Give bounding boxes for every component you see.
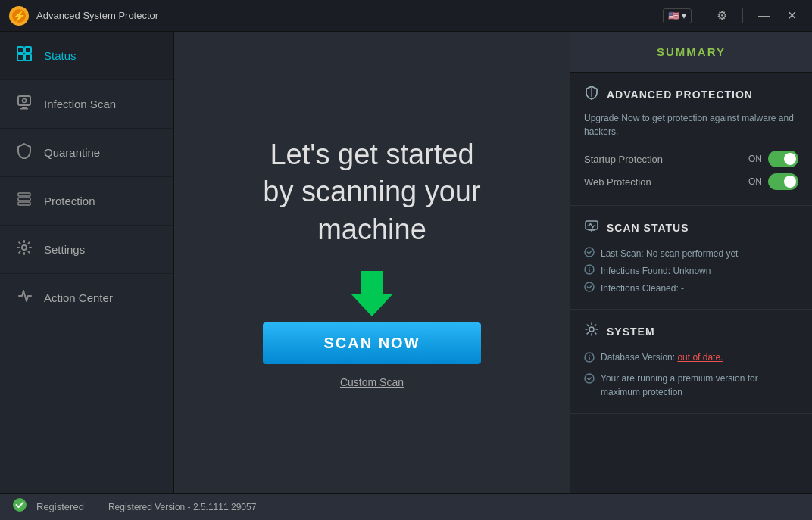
scan-status-section: SCAN STATUS Last Scan: No scan performed… bbox=[570, 206, 812, 310]
status-icon bbox=[15, 45, 33, 66]
system-icon bbox=[584, 322, 599, 341]
svg-point-26 bbox=[585, 374, 594, 383]
web-protection-status: ON bbox=[748, 176, 762, 187]
sidebar-item-infection-scan-label: Infection Scan bbox=[44, 98, 116, 111]
startup-protection-switch[interactable] bbox=[768, 151, 798, 167]
svg-point-21 bbox=[585, 282, 594, 291]
advanced-protection-section: Advanced Protection Upgrade Now to get p… bbox=[570, 73, 812, 206]
svg-point-19 bbox=[589, 267, 590, 269]
info-circle-icon-1 bbox=[584, 264, 595, 277]
sidebar-item-action-center[interactable]: Action Center bbox=[0, 274, 173, 322]
quarantine-icon bbox=[15, 142, 33, 163]
minimize-button[interactable]: — bbox=[752, 6, 776, 26]
web-protection-toggle-row: Web Protection ON bbox=[584, 170, 798, 193]
svg-rect-11 bbox=[18, 193, 30, 196]
window-controls: 🇺🇸 ▾ ⚙ — ✕ bbox=[663, 5, 803, 26]
sidebar-item-status[interactable]: Status bbox=[0, 32, 173, 80]
arrow-container bbox=[351, 271, 393, 316]
web-protection-switch[interactable] bbox=[768, 173, 798, 190]
scan-now-button[interactable]: SCAN NOW bbox=[263, 322, 480, 364]
shield-icon bbox=[584, 85, 599, 104]
last-scan-item: Last Scan: No scan performed yet bbox=[584, 244, 798, 262]
premium-version-item: Your are running a premium version for m… bbox=[584, 369, 798, 401]
startup-protection-toggle-right: ON bbox=[748, 151, 798, 167]
custom-scan-button[interactable]: Custom Scan bbox=[340, 376, 404, 388]
advanced-protection-title: Advanced Protection bbox=[584, 85, 798, 104]
registered-check-icon bbox=[12, 497, 27, 516]
svg-point-14 bbox=[22, 245, 27, 250]
sidebar-item-settings[interactable]: Settings bbox=[0, 226, 173, 274]
svg-point-24 bbox=[589, 355, 590, 357]
check-circle-icon-2 bbox=[584, 282, 595, 294]
language-button[interactable]: 🇺🇸 ▾ bbox=[663, 8, 692, 23]
svg-rect-13 bbox=[18, 202, 30, 205]
startup-protection-status: ON bbox=[748, 154, 762, 164]
sidebar-item-quarantine-label: Quarantine bbox=[44, 146, 100, 159]
advanced-protection-desc: Upgrade Now to get protection against ma… bbox=[584, 111, 798, 139]
status-bar: Registered Registered Version - 2.5.1111… bbox=[0, 493, 812, 520]
sidebar-item-quarantine[interactable]: Quarantine bbox=[0, 129, 173, 177]
svg-point-27 bbox=[13, 498, 27, 512]
close-button[interactable]: ✕ bbox=[781, 5, 803, 26]
registered-label: Registered bbox=[36, 501, 84, 512]
info-circle-icon-2 bbox=[584, 351, 595, 367]
svg-rect-7 bbox=[18, 96, 30, 105]
sidebar-item-infection-scan[interactable]: Infection Scan bbox=[0, 80, 173, 129]
infections-found-item: Infections Found: Unknown bbox=[584, 262, 798, 279]
web-protection-label: Web Protection bbox=[584, 176, 651, 188]
svg-point-10 bbox=[23, 99, 27, 103]
infection-scan-icon bbox=[15, 94, 33, 114]
svg-rect-6 bbox=[25, 54, 31, 61]
svg-rect-5 bbox=[17, 54, 23, 61]
startup-protection-toggle-row: Startup Protection ON bbox=[584, 148, 798, 170]
app-title: Advanced System Protector bbox=[36, 10, 663, 21]
premium-icon bbox=[584, 372, 595, 388]
svg-rect-12 bbox=[18, 198, 30, 201]
content-area: Let's get started by scanning your machi… bbox=[174, 32, 570, 493]
app-logo: ⚡ bbox=[9, 6, 29, 26]
version-label: Registered Version - 2.5.1111.29057 bbox=[108, 502, 256, 512]
check-circle-icon-1 bbox=[584, 247, 595, 260]
right-panel: SUMMARY Advanced Protection Upgrade Now … bbox=[570, 32, 812, 493]
svg-rect-3 bbox=[17, 47, 23, 53]
database-version-item: Database Version: out of date. bbox=[584, 348, 798, 369]
scan-status-title: SCAN STATUS bbox=[584, 218, 798, 237]
summary-header: SUMMARY bbox=[570, 32, 812, 73]
svg-rect-4 bbox=[25, 47, 31, 53]
svg-rect-8 bbox=[22, 107, 27, 108]
sidebar-item-protection[interactable]: Protection bbox=[0, 177, 173, 226]
settings-nav-icon bbox=[15, 239, 33, 260]
settings-button[interactable]: ⚙ bbox=[710, 5, 733, 26]
arrow-shaft bbox=[361, 271, 383, 294]
arrow-head bbox=[351, 294, 393, 316]
svg-point-17 bbox=[585, 248, 594, 257]
title-bar: ⚡ Advanced System Protector 🇺🇸 ▾ ⚙ — ✕ bbox=[0, 0, 812, 32]
out-of-date-link[interactable]: out of date. bbox=[677, 352, 723, 363]
main-headline: Let's get started by scanning your machi… bbox=[263, 136, 480, 248]
infections-cleaned-item: Infections Cleaned: - bbox=[584, 279, 798, 297]
svg-point-22 bbox=[589, 327, 594, 332]
protection-icon bbox=[15, 191, 33, 211]
startup-protection-label: Startup Protection bbox=[584, 154, 663, 165]
sidebar-item-settings-label: Settings bbox=[44, 243, 85, 256]
svg-rect-9 bbox=[20, 108, 28, 110]
sidebar-item-protection-label: Protection bbox=[44, 195, 95, 207]
action-center-icon bbox=[15, 288, 33, 308]
premium-label: Your are running a premium version for m… bbox=[601, 372, 798, 399]
divider2 bbox=[742, 8, 743, 23]
web-protection-toggle-right: ON bbox=[748, 173, 798, 190]
main-layout: Status Infection Scan Quarantine bbox=[0, 32, 812, 493]
sidebar-item-action-center-label: Action Center bbox=[44, 291, 113, 304]
scan-status-icon bbox=[584, 218, 599, 237]
sidebar-item-status-label: Status bbox=[44, 49, 77, 62]
svg-text:⚡: ⚡ bbox=[13, 10, 27, 23]
divider bbox=[701, 8, 701, 23]
system-title: System bbox=[584, 322, 798, 341]
sidebar: Status Infection Scan Quarantine bbox=[0, 32, 174, 493]
system-section: System Database Version: out of date. Yo… bbox=[570, 310, 812, 414]
database-label: Database Version: bbox=[601, 352, 677, 363]
